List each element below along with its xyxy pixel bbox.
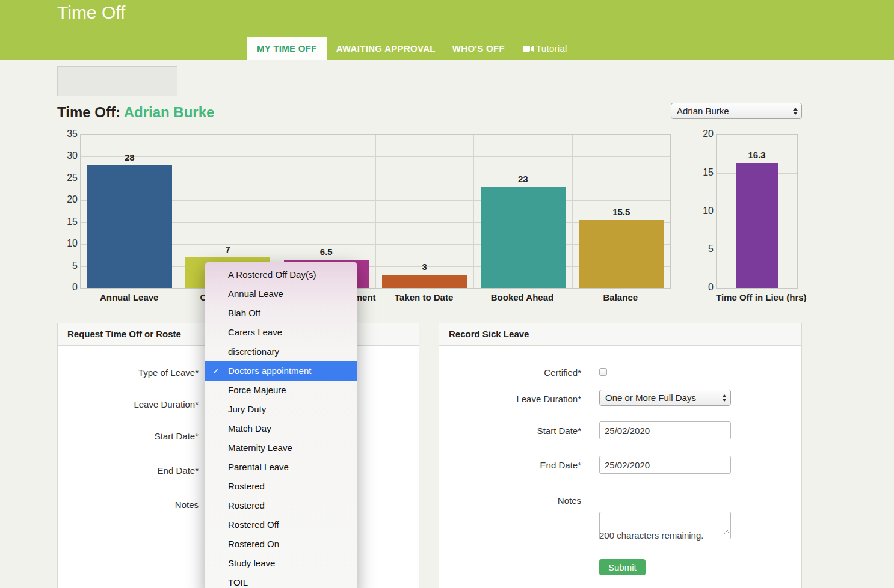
leave-type-menu: A Rostered Off Day(s)Annual LeaveBlah Of… xyxy=(205,262,357,588)
menu-item-label: Doctors appointment xyxy=(228,366,311,376)
certified-checkbox[interactable] xyxy=(599,368,607,376)
time-off-in-lieu-chart: 05101520 16.3 Time Off in Lieu (hrs) xyxy=(693,129,807,310)
menu-item-label: Parental Leave xyxy=(228,462,289,472)
chart-cell: 15.5 xyxy=(572,135,671,288)
bar-value-label: 15.5 xyxy=(612,207,630,217)
chart-cell: 16.3 xyxy=(717,135,797,288)
menu-item[interactable]: Jury Duty xyxy=(205,400,357,419)
page-title: Time Off: Adrian Burke xyxy=(57,104,214,121)
bar-time-off-in-lieu-hrs-: 16.3 xyxy=(736,163,778,288)
bar-annual-leave: 28 xyxy=(87,165,172,288)
y-tick-label: 10 xyxy=(67,238,78,249)
page-title-prefix: Time Off: xyxy=(57,104,120,120)
menu-item[interactable]: Rostered On xyxy=(205,534,357,554)
menu-item[interactable]: discretionary xyxy=(205,342,357,361)
menu-item-label: Force Majeure xyxy=(228,385,286,395)
menu-item[interactable]: Rostered xyxy=(205,477,357,496)
y-tick-label: 30 xyxy=(67,150,78,161)
menu-item[interactable]: Rostered Off xyxy=(205,515,357,534)
y-tick-label: 15 xyxy=(703,167,714,178)
menu-item-label: Rostered xyxy=(228,481,265,491)
category-labels: Time Off in Lieu (hrs) xyxy=(716,292,797,302)
bar-value-label: 28 xyxy=(125,152,135,162)
plot: 2876.532315.5 xyxy=(80,134,671,289)
menu-item-label: Rostered On xyxy=(228,539,279,549)
y-tick-label: 25 xyxy=(67,173,78,183)
y-tick-label: 20 xyxy=(67,194,78,205)
menu-item-label: Match Day xyxy=(228,423,271,433)
tab-bar: MY TIME OFF AWAITING APPROVAL WHO'S OFF … xyxy=(247,37,567,60)
y-tick-label: 0 xyxy=(708,282,714,293)
tab-tutorial-label: Tutorial xyxy=(536,43,567,54)
y-axis: 05101520 xyxy=(693,134,714,287)
menu-item[interactable]: Force Majeure xyxy=(205,381,357,400)
bars-row: 16.3 xyxy=(717,135,797,288)
y-tick-label: 10 xyxy=(703,206,714,216)
menu-item[interactable]: Study leave xyxy=(205,554,357,573)
menu-item[interactable]: Parental Leave xyxy=(205,458,357,477)
record-sick-leave-panel: Record Sick Leave Certified* Leave Durat… xyxy=(439,323,802,588)
menu-item-label: Study leave xyxy=(228,558,275,568)
sick-end-date-input[interactable] xyxy=(599,456,731,474)
leave-duration-label: Leave Duration* xyxy=(134,399,199,409)
sick-end-date-label: End Date* xyxy=(540,460,581,470)
menu-item[interactable]: A Rostered Off Day(s) xyxy=(205,265,357,284)
chart-cell: 23 xyxy=(473,135,572,288)
bar-taken-to-date: 3 xyxy=(382,275,467,288)
y-axis: 05101520253035 xyxy=(57,134,78,287)
menu-item[interactable]: Maternity Leave xyxy=(205,438,357,458)
bar-value-label: 3 xyxy=(422,262,427,272)
menu-item-label: TOIL xyxy=(228,577,248,587)
end-date-label: End Date* xyxy=(158,465,199,476)
certified-label: Certified* xyxy=(544,367,581,378)
menu-item-label: Blah Off xyxy=(228,308,260,318)
app-title: Time Off xyxy=(57,2,125,23)
employee-select[interactable]: Adrian Burke xyxy=(671,103,802,119)
bar-value-label: 7 xyxy=(226,244,230,254)
plot: 16.3 xyxy=(716,134,798,289)
menu-item[interactable]: Blah Off xyxy=(205,304,357,323)
category-label: Booked Ahead xyxy=(473,292,571,302)
y-tick-label: 15 xyxy=(67,216,78,227)
bar-value-label: 23 xyxy=(518,174,528,184)
category-labels: Annual LeaveCarried OverAdjustmentTaken … xyxy=(80,292,670,302)
sick-start-date-input[interactable] xyxy=(599,421,731,439)
sick-leave-duration-select[interactable]: One or More Full Days xyxy=(599,390,731,406)
category-label: Balance xyxy=(572,292,670,302)
tab-whos-off[interactable]: WHO'S OFF xyxy=(452,37,505,60)
menu-item-label: Rostered xyxy=(228,500,265,510)
submit-button[interactable]: Submit xyxy=(599,559,646,575)
menu-item[interactable]: Rostered xyxy=(205,496,357,515)
sick-panel-title: Record Sick Leave xyxy=(439,323,801,346)
category-label: Annual Leave xyxy=(80,292,178,302)
y-tick-label: 5 xyxy=(72,260,78,271)
employee-select-value: Adrian Burke xyxy=(677,106,729,116)
tab-my-time-off[interactable]: MY TIME OFF xyxy=(247,37,327,60)
app-header: Time Off MY TIME OFF AWAITING APPROVAL W… xyxy=(0,0,894,60)
menu-item[interactable]: TOIL xyxy=(205,573,357,588)
time-off-summary-chart: 05101520253035 2876.532315.5 Annual Leav… xyxy=(57,129,670,310)
tab-tutorial[interactable]: Tutorial xyxy=(523,37,567,60)
resize-grip-icon[interactable] xyxy=(723,527,729,537)
menu-item[interactable]: Match Day xyxy=(205,419,357,438)
characters-remaining: 200 characters remaining. xyxy=(599,530,703,541)
sick-notes-label: Notes xyxy=(558,495,581,506)
sick-start-date-label: Start Date* xyxy=(537,426,581,436)
menu-item[interactable]: Annual Leave xyxy=(205,284,357,304)
stepper-icon xyxy=(722,394,727,402)
chart-cell: 3 xyxy=(375,135,474,288)
bars-row: 2876.532315.5 xyxy=(81,135,670,288)
type-of-leave-label: Type of Leave* xyxy=(138,367,199,378)
start-date-label: Start Date* xyxy=(155,431,199,441)
menu-item-label: Annual Leave xyxy=(228,289,283,299)
menu-item[interactable]: ✓Doctors appointment xyxy=(205,361,357,381)
menu-item-label: Rostered Off xyxy=(228,519,279,530)
sick-leave-duration-value: One or More Full Days xyxy=(605,393,696,403)
bar-value-label: 6.5 xyxy=(320,247,333,257)
chart-cell: 28 xyxy=(81,135,179,288)
checkmark-icon: ✓ xyxy=(212,361,220,381)
bar-value-label: 16.3 xyxy=(748,150,765,160)
tab-awaiting-approval[interactable]: AWAITING APPROVAL xyxy=(336,37,436,60)
logo-placeholder xyxy=(57,66,177,96)
menu-item[interactable]: Carers Leave xyxy=(205,323,357,342)
